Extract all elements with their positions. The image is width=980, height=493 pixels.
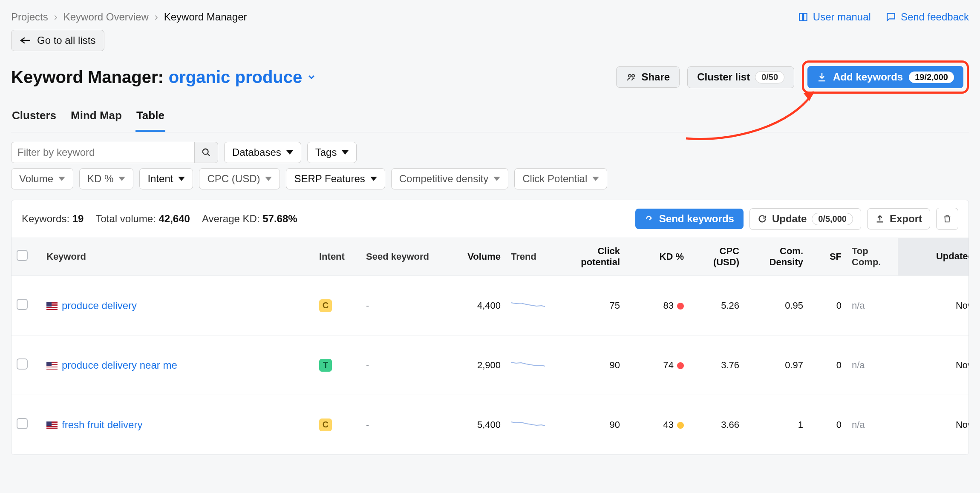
filter-kd-label: KD % xyxy=(87,173,113,185)
update-button[interactable]: Update 0/5,000 xyxy=(749,208,861,230)
table-row: fresh fruit delivery C - 5,400 90 43 3.6… xyxy=(12,395,969,455)
keywords-table: Keyword Intent Seed keyword Volume Trend… xyxy=(12,238,969,455)
svg-point-0 xyxy=(628,75,631,77)
book-icon xyxy=(798,11,809,23)
seed-value: - xyxy=(361,335,442,395)
filter-intent-label: Intent xyxy=(147,173,173,185)
us-flag-icon xyxy=(46,421,58,429)
kd-dot-icon xyxy=(677,362,684,369)
cluster-list-label: Cluster list xyxy=(697,71,750,83)
keyword-link[interactable]: produce delivery near me xyxy=(62,359,177,371)
upload-icon xyxy=(875,214,885,224)
send-feedback-label: Send feedback xyxy=(901,11,969,23)
back-to-lists-button[interactable]: Go to all lists xyxy=(11,30,104,51)
select-all-checkbox[interactable] xyxy=(17,250,28,261)
breadcrumb: Projects › Keyword Overview › Keyword Ma… xyxy=(11,11,247,23)
trend-sparkline xyxy=(511,298,545,310)
chevron-down-icon xyxy=(342,150,349,155)
user-manual-link[interactable]: User manual xyxy=(798,11,871,23)
col-keyword[interactable]: Keyword xyxy=(41,238,314,276)
title-prefix: Keyword Manager: xyxy=(11,68,164,87)
filter-comp-label: Competitive density xyxy=(399,173,488,185)
top-value: n/a xyxy=(847,276,898,335)
filter-serp-label: SERP Features xyxy=(294,173,365,185)
breadcrumb-item[interactable]: Keyword Overview xyxy=(63,11,149,23)
trend-sparkline xyxy=(511,418,545,430)
filter-intent[interactable]: Intent xyxy=(139,168,193,189)
col-updated[interactable]: Updated xyxy=(898,238,969,276)
col-cpc[interactable]: CPC (USD) xyxy=(689,238,744,276)
annotation-highlight: Add keywords 19/2,000 xyxy=(802,60,969,94)
filter-tags-label: Tags xyxy=(315,146,337,158)
export-button[interactable]: Export xyxy=(867,208,930,229)
kd-value: 74 xyxy=(625,335,689,395)
kd-dot-icon xyxy=(677,422,684,429)
seed-value: - xyxy=(361,395,442,455)
filter-click[interactable]: Click Potential xyxy=(514,168,607,189)
send-feedback-link[interactable]: Send feedback xyxy=(885,11,969,23)
col-top[interactable]: Top Comp. xyxy=(847,238,898,276)
row-checkbox[interactable] xyxy=(17,358,28,370)
volume-value: 2,900 xyxy=(442,335,506,395)
filter-cpc[interactable]: CPC (USD) xyxy=(199,168,280,189)
keyword-link[interactable]: produce delivery xyxy=(62,300,137,311)
update-badge: 0/5,000 xyxy=(812,213,853,225)
back-label: Go to all lists xyxy=(37,34,95,46)
filter-databases[interactable]: Databases xyxy=(224,142,301,163)
click-value: 90 xyxy=(557,395,625,455)
filter-tags[interactable]: Tags xyxy=(307,142,357,163)
filter-volume[interactable]: Volume xyxy=(11,168,73,189)
export-label: Export xyxy=(890,213,922,225)
stats-kd-label: Average KD: xyxy=(202,213,260,224)
filter-serp[interactable]: SERP Features xyxy=(286,168,385,189)
filter-cpc-label: CPC (USD) xyxy=(207,173,260,185)
col-updated-label: Updated xyxy=(936,251,969,261)
row-checkbox[interactable] xyxy=(17,418,28,429)
filter-kd[interactable]: KD % xyxy=(79,168,133,189)
trash-icon xyxy=(943,214,952,224)
chevron-down-icon xyxy=(592,177,599,181)
us-flag-icon xyxy=(46,302,58,310)
chevron-down-icon xyxy=(286,150,293,155)
col-intent[interactable]: Intent xyxy=(314,238,361,276)
tab-table[interactable]: Table xyxy=(135,105,165,132)
project-dropdown[interactable]: organic produce xyxy=(169,68,317,87)
col-com[interactable]: Com. Density xyxy=(744,238,808,276)
com-value: 0.95 xyxy=(744,276,808,335)
filter-volume-label: Volume xyxy=(19,173,53,185)
top-value: n/a xyxy=(847,335,898,395)
kd-value: 43 xyxy=(625,395,689,455)
col-click[interactable]: Click potential xyxy=(557,238,625,276)
delete-all-button[interactable] xyxy=(936,208,958,230)
add-keywords-button[interactable]: Add keywords 19/2,000 xyxy=(807,66,963,88)
project-name: organic produce xyxy=(169,68,302,87)
keyword-link[interactable]: fresh fruit delivery xyxy=(62,419,142,430)
filter-comp[interactable]: Competitive density xyxy=(391,168,508,189)
share-button[interactable]: Share xyxy=(616,66,680,88)
col-volume[interactable]: Volume xyxy=(442,238,506,276)
stats-keywords-label: Keywords: xyxy=(22,213,69,224)
col-kd[interactable]: KD % xyxy=(625,238,689,276)
chevron-right-icon: › xyxy=(54,11,58,23)
tab-clusters[interactable]: Clusters xyxy=(11,105,57,132)
breadcrumb-item[interactable]: Keyword Manager xyxy=(164,11,247,23)
tabs: Clusters Mind Map Table xyxy=(11,105,969,132)
filter-search-button[interactable] xyxy=(194,142,218,163)
cluster-list-button[interactable]: Cluster list 0/50 xyxy=(687,66,794,88)
row-checkbox[interactable] xyxy=(17,299,28,310)
update-label: Update xyxy=(772,213,807,225)
filter-keyword-input[interactable] xyxy=(11,142,194,163)
sf-value: 0 xyxy=(808,276,847,335)
chevron-down-icon xyxy=(493,177,500,181)
send-keywords-button[interactable]: Send keywords xyxy=(635,209,744,229)
breadcrumb-item[interactable]: Projects xyxy=(11,11,48,23)
add-keywords-label: Add keywords xyxy=(833,71,903,83)
col-trend[interactable]: Trend xyxy=(506,238,557,276)
col-sf[interactable]: SF xyxy=(808,238,847,276)
cpc-value: 3.66 xyxy=(689,395,744,455)
tab-mind-map[interactable]: Mind Map xyxy=(70,105,123,132)
col-seed[interactable]: Seed keyword xyxy=(361,238,442,276)
stats-summary: Keywords: 19 Total volume: 42,640 Averag… xyxy=(22,213,297,225)
filter-search xyxy=(11,142,218,163)
chevron-down-icon xyxy=(118,177,125,181)
